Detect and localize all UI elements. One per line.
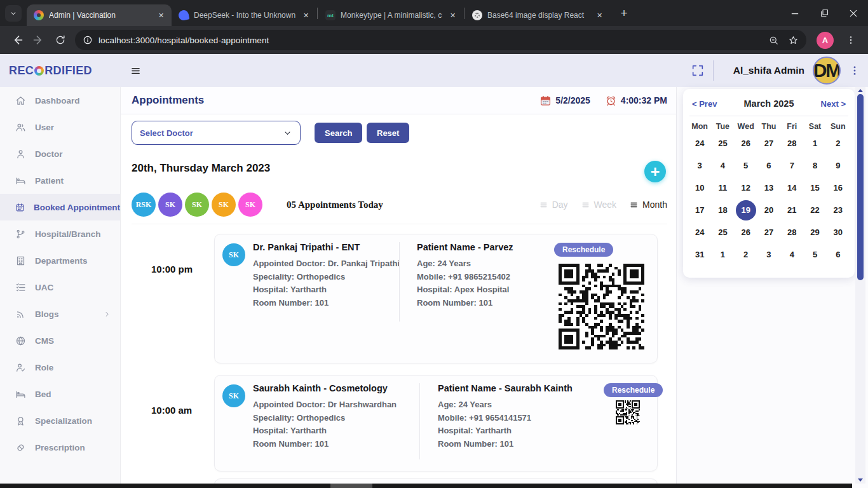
horizontal-scroll-thumb[interactable] bbox=[330, 484, 372, 488]
reschedule-button[interactable]: Reschedule bbox=[554, 243, 613, 257]
calendar-date[interactable]: 5 bbox=[803, 243, 826, 266]
forward-button[interactable] bbox=[28, 29, 50, 51]
calendar-date[interactable]: 4 bbox=[711, 154, 734, 177]
new-tab-button[interactable]: + bbox=[616, 6, 632, 20]
sidebar-item-role[interactable]: Role bbox=[0, 354, 120, 381]
sidebar-item-blogs[interactable]: Blogs bbox=[0, 301, 120, 327]
header-menu-button[interactable] bbox=[849, 65, 860, 76]
calendar-date[interactable]: 25 bbox=[711, 132, 734, 154]
calendar-date[interactable]: 22 bbox=[803, 199, 826, 221]
calendar-date[interactable]: 11 bbox=[711, 177, 734, 199]
calendar-date[interactable]: 12 bbox=[735, 177, 757, 199]
calendar-date[interactable]: 14 bbox=[780, 177, 803, 199]
calendar-date[interactable]: 2 bbox=[827, 132, 850, 154]
calendar-date[interactable]: 28 bbox=[780, 221, 803, 243]
sidebar-item-user[interactable]: User bbox=[0, 114, 120, 140]
calendar-prev-button[interactable]: < Prev bbox=[692, 99, 717, 109]
tab-close-icon[interactable]: ✕ bbox=[594, 10, 605, 21]
calendar-date[interactable]: 30 bbox=[827, 221, 850, 243]
calendar-date[interactable]: 5 bbox=[735, 154, 757, 177]
calendar-date-selected[interactable]: 19 bbox=[735, 199, 757, 221]
appointment-avatar[interactable]: SK bbox=[238, 193, 262, 217]
view-toggle-day[interactable]: Day bbox=[539, 200, 568, 210]
tab-search-button[interactable] bbox=[5, 5, 22, 22]
browser-tab[interactable]: DeepSeek - Into the Unknown✕ bbox=[172, 4, 316, 26]
view-toggle-week[interactable]: Week bbox=[581, 200, 617, 210]
calendar-date[interactable]: 1 bbox=[803, 132, 826, 154]
calendar-date[interactable]: 20 bbox=[757, 199, 780, 221]
browser-tab[interactable]: Base64 image display React✕ bbox=[465, 4, 610, 26]
bookmark-star-icon[interactable] bbox=[788, 35, 799, 46]
sidebar-item-hospital-branch[interactable]: Hospital/Branch bbox=[0, 220, 120, 247]
add-appointment-button[interactable]: + bbox=[644, 161, 666, 182]
doctor-select[interactable]: Select Doctor bbox=[132, 121, 301, 145]
back-button[interactable] bbox=[6, 29, 28, 51]
calendar-date[interactable]: 26 bbox=[735, 221, 757, 243]
calendar-date[interactable]: 27 bbox=[757, 132, 780, 154]
search-button[interactable]: Search bbox=[315, 123, 362, 143]
minimize-button[interactable] bbox=[780, 0, 810, 26]
calendar-date[interactable]: 23 bbox=[827, 199, 850, 221]
fullscreen-button[interactable] bbox=[691, 64, 705, 78]
calendar-date[interactable]: 28 bbox=[780, 132, 803, 154]
calendar-date[interactable]: 6 bbox=[757, 154, 780, 177]
close-button[interactable] bbox=[839, 0, 868, 26]
site-info-icon[interactable] bbox=[83, 35, 93, 45]
calendar-date[interactable]: 18 bbox=[711, 199, 734, 221]
calendar-date[interactable]: 24 bbox=[688, 221, 711, 243]
sidebar-item-doctor[interactable]: Doctor bbox=[0, 140, 120, 167]
user-avatar[interactable]: DM bbox=[813, 57, 841, 85]
calendar-date[interactable]: 4 bbox=[780, 243, 803, 266]
sidebar-item-specialization[interactable]: Specialization bbox=[0, 407, 120, 434]
calendar-date[interactable]: 6 bbox=[827, 243, 850, 266]
calendar-date[interactable]: 13 bbox=[757, 177, 780, 199]
appointment-avatar[interactable]: SK bbox=[212, 193, 236, 217]
reload-button[interactable] bbox=[50, 29, 71, 51]
browser-tab[interactable]: mtMonkeytype | A minimalistic, cu✕ bbox=[318, 4, 463, 26]
vertical-scrollbar[interactable] bbox=[855, 87, 865, 484]
tab-close-icon[interactable]: ✕ bbox=[447, 10, 458, 21]
tab-close-icon[interactable]: ✕ bbox=[301, 10, 311, 21]
browser-menu-button[interactable] bbox=[840, 29, 862, 51]
sidebar-item-prescription[interactable]: Prescription bbox=[0, 434, 120, 461]
calendar-date[interactable]: 7 bbox=[780, 154, 803, 177]
calendar-date[interactable]: 31 bbox=[688, 243, 711, 266]
vertical-scroll-thumb[interactable] bbox=[857, 94, 864, 280]
calendar-date[interactable]: 25 bbox=[711, 221, 734, 243]
calendar-date[interactable]: 8 bbox=[803, 154, 826, 177]
appointment-avatar[interactable]: SK bbox=[185, 193, 209, 217]
calendar-date[interactable]: 21 bbox=[780, 199, 803, 221]
calendar-date[interactable]: 1 bbox=[711, 243, 734, 266]
sidebar-item-dashboard[interactable]: Dashboard bbox=[0, 87, 120, 114]
reschedule-button[interactable]: Reschedule bbox=[604, 383, 663, 397]
view-toggle-month[interactable]: Month bbox=[630, 200, 667, 210]
sidebar-item-patient[interactable]: Patient bbox=[0, 167, 120, 194]
sidebar-item-booked-appointment[interactable]: Booked Appointment bbox=[0, 194, 120, 220]
calendar-date[interactable]: 29 bbox=[803, 221, 826, 243]
calendar-date[interactable]: 17 bbox=[688, 199, 711, 221]
browser-profile-avatar[interactable]: A bbox=[817, 32, 834, 49]
restore-button[interactable] bbox=[810, 0, 839, 26]
sidebar-item-bed[interactable]: Bed bbox=[0, 381, 120, 407]
address-bar[interactable]: localhost:3000/hospital/booked-appointme… bbox=[75, 30, 806, 50]
calendar-next-button[interactable]: Next > bbox=[821, 99, 846, 109]
tab-close-icon[interactable]: ✕ bbox=[156, 10, 166, 21]
calendar-date[interactable]: 2 bbox=[735, 243, 757, 266]
sidebar-toggle-button[interactable] bbox=[130, 65, 141, 76]
browser-tab[interactable]: Admin | Vaccination✕ bbox=[27, 4, 172, 26]
calendar-date[interactable]: 3 bbox=[688, 154, 711, 177]
calendar-date[interactable]: 9 bbox=[827, 154, 850, 177]
calendar-date[interactable]: 27 bbox=[757, 221, 780, 243]
calendar-date[interactable]: 3 bbox=[757, 243, 780, 266]
sidebar-item-cms[interactable]: CMS bbox=[0, 327, 120, 354]
sidebar-item-uac[interactable]: UAC bbox=[0, 274, 120, 301]
calendar-date[interactable]: 10 bbox=[688, 177, 711, 199]
horizontal-scrollbar[interactable] bbox=[0, 484, 852, 488]
zoom-icon[interactable] bbox=[768, 35, 779, 46]
sidebar-item-departments[interactable]: Departments bbox=[0, 247, 120, 274]
calendar-date[interactable]: 16 bbox=[827, 177, 850, 199]
scroll-up-arrow[interactable] bbox=[858, 89, 863, 92]
appointment-avatar[interactable]: RSK bbox=[132, 193, 156, 217]
scroll-down-arrow[interactable] bbox=[858, 478, 863, 482]
calendar-date[interactable]: 26 bbox=[735, 132, 757, 154]
